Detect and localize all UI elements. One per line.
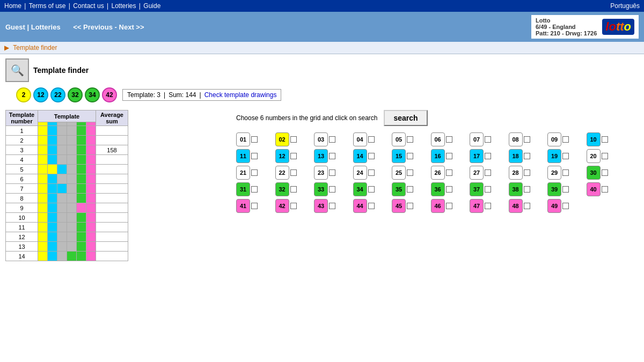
color-cell [77,136,86,145]
color-cell [67,174,77,184]
grid-checkbox[interactable] [251,169,258,176]
grid-checkbox[interactable] [407,169,413,176]
color-cell [57,213,67,223]
check-template-link[interactable]: Check template drawings [204,91,277,99]
grid-checkbox[interactable] [485,169,491,176]
search-button[interactable]: search [384,110,427,126]
color-cell [77,155,86,165]
contact-link[interactable]: Contact us [73,2,104,10]
grid-checkbox[interactable] [524,153,530,159]
color-cell [67,165,77,174]
grid-checkbox[interactable] [251,136,258,143]
grid-cell: 46 [431,199,467,213]
color-cell [48,184,57,194]
grid-checkbox[interactable] [251,153,258,159]
sum-label: Sum: 144 [169,91,196,99]
language-selector[interactable]: Português [610,2,640,10]
grid-checkbox[interactable] [524,186,530,193]
home-link[interactable]: Home [4,2,21,10]
grid-checkbox[interactable] [446,186,452,193]
grid-checkbox[interactable] [368,186,375,193]
grid-checkbox[interactable] [524,136,530,143]
color-cell [57,126,67,136]
row-number: 8 [6,194,38,203]
grid-cell: 17 [470,149,506,163]
prev-link[interactable]: << Previous [73,23,113,31]
grid-checkbox[interactable] [368,136,375,143]
grid-checkbox[interactable] [562,136,569,143]
grid-checkbox[interactable] [251,203,258,209]
color-cell [77,223,86,232]
table-row: 5 [6,165,128,174]
grid-checkbox[interactable] [485,203,491,209]
color-cell [86,223,96,232]
row-number: 10 [6,213,38,223]
grid-number: 43 [314,199,328,213]
grid-checkbox[interactable] [290,136,297,143]
grid-number: 36 [431,182,445,196]
grid-checkbox[interactable] [368,169,375,176]
avg-sum [96,184,128,194]
lotteries-header-link[interactable]: Lotteries [31,23,61,31]
grid-checkbox[interactable] [368,153,375,159]
col-g2 [67,122,77,126]
grid-cell: 15 [392,149,428,163]
grid-checkbox[interactable] [602,153,608,159]
grid-checkbox[interactable] [562,153,569,159]
grid-number: 11 [236,149,250,163]
color-cell [67,242,77,252]
grid-checkbox[interactable] [446,136,452,143]
grid-instruction: Choose 6 numbers in the grid and click o… [236,114,377,122]
row-number: 12 [6,232,38,242]
grid-number: 44 [353,199,367,213]
template-label: Template: 3 [127,91,160,99]
color-cell [77,242,86,252]
grid-cell: 31 [236,182,273,196]
next-link[interactable]: Next >> [119,23,144,31]
grid-checkbox[interactable] [562,203,569,209]
grid-checkbox[interactable] [446,153,452,159]
grid-checkbox[interactable] [602,169,608,176]
grid-checkbox[interactable] [446,203,452,209]
grid-number: 13 [314,149,328,163]
grid-number: 29 [547,166,561,180]
color-cell [77,194,86,203]
grid-checkbox[interactable] [290,186,297,193]
grid-checkbox[interactable] [407,186,413,193]
grid-checkbox[interactable] [290,153,297,159]
grid-checkbox[interactable] [251,186,258,193]
grid-checkbox[interactable] [446,169,452,176]
grid-checkbox[interactable] [329,203,335,209]
grid-checkbox[interactable] [602,136,608,143]
lotteries-link[interactable]: Lotteries [111,2,136,10]
grid-checkbox[interactable] [407,203,413,209]
grid-cell: 37 [470,182,506,196]
grid-cell: 33 [314,182,350,196]
grid-checkbox[interactable] [290,169,297,176]
color-cell [86,194,96,203]
grid-checkbox[interactable] [329,136,335,143]
grid-checkbox[interactable] [485,153,491,159]
grid-checkbox[interactable] [485,136,491,143]
grid-checkbox[interactable] [562,186,569,193]
grid-checkbox[interactable] [329,169,335,176]
grid-checkbox[interactable] [524,169,530,176]
grid-checkbox[interactable] [562,169,569,176]
breadcrumb-link[interactable]: Template finder [13,44,57,51]
color-cell [77,174,86,184]
guide-link[interactable]: Guide [143,2,160,10]
grid-checkbox[interactable] [329,186,335,193]
grid-checkbox[interactable] [368,203,375,209]
grid-checkbox[interactable] [407,153,413,159]
terms-link[interactable]: Terms of use [29,2,66,10]
top-navigation: Home | Terms of use | Contact us | Lotte… [0,0,644,12]
grid-checkbox[interactable] [290,203,297,209]
grid-checkbox[interactable] [485,186,491,193]
grid-number: 46 [431,199,445,213]
grid-checkbox[interactable] [602,186,608,193]
grid-checkbox[interactable] [524,203,530,209]
grid-checkbox[interactable] [407,136,413,143]
grid-checkbox[interactable] [329,153,335,159]
grid-cell: 09 [547,132,584,146]
grid-number: 10 [587,132,601,146]
